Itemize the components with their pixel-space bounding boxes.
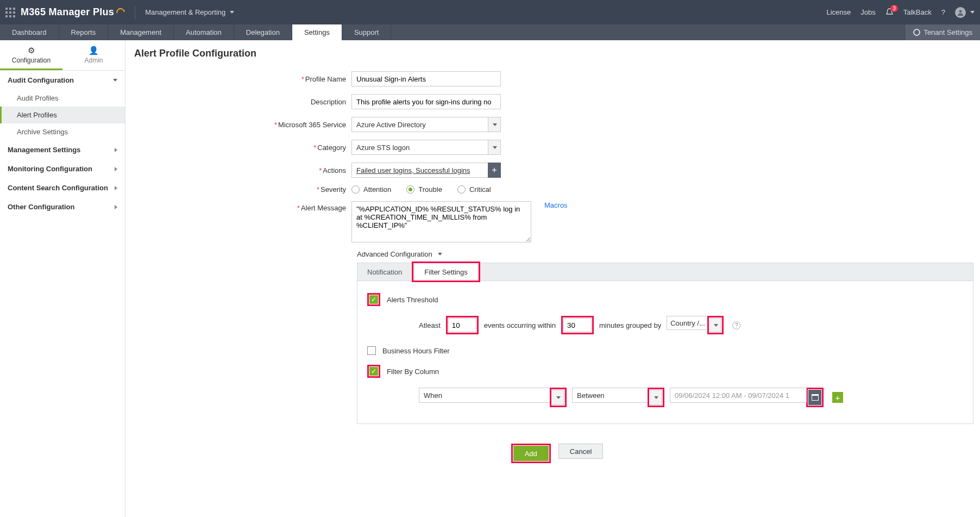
chevron-down-icon [438,253,442,256]
chevron-down-icon [493,146,497,149]
tab-delegation[interactable]: Delegation [234,24,292,40]
tab-dashboard[interactable]: Dashboard [0,24,59,40]
service-select[interactable]: Azure Active Directory [351,117,488,132]
context-dropdown[interactable]: Management & Reporting [145,8,234,16]
label-alerts-threshold: Alerts Threshold [387,296,438,304]
nav-other-config[interactable]: Other Configuration [0,197,125,216]
tab-filter-settings[interactable]: Filter Settings [414,264,478,281]
actions-field[interactable]: Failed user logins, Successful logins [351,163,488,178]
app-grid-icon[interactable] [5,8,15,17]
filter-panel: ✓ Alerts Threshold Atleast events occurr… [357,281,973,424]
radio-icon [457,185,466,194]
chevron-right-icon [115,148,117,152]
tab-settings[interactable]: Settings [292,24,342,40]
label-service: Microsoft 365 Service [278,121,346,129]
content: Alert Profile Configuration *Profile Nam… [125,40,980,517]
nav-item-alert-profiles[interactable]: Alert Profiles [0,107,125,123]
alert-message-textarea[interactable]: "%APPLICATION_ID% %RESULT_STATUS% log in… [351,201,531,242]
chevron-down-icon [493,123,497,126]
alerts-threshold-checkbox[interactable]: ✓ [369,295,378,304]
severity-attention[interactable]: Attention [351,185,391,194]
talkback-link[interactable]: TalkBack [903,8,932,16]
chevron-down-icon [654,396,658,399]
label-atleast: Atleast [419,321,441,329]
operator-dropdown-button[interactable] [650,390,662,405]
page-title: Alert Profile Configuration [134,48,980,59]
user-menu[interactable] [955,7,975,18]
label-actions: Actions [323,166,346,175]
severity-trouble[interactable]: Trouble [406,185,442,194]
tab-notification[interactable]: Notification [357,263,412,281]
chevron-down-icon [556,396,561,399]
label-profile-name: Profile Name [305,75,346,83]
service-dropdown-button[interactable] [488,117,501,132]
nav-content-search-config[interactable]: Content Search Configuration [0,178,125,197]
label-events-within: events occurring within [484,321,556,329]
date-range-input[interactable]: 09/06/2024 12:00 AM - 09/07/2024 1 [670,388,807,403]
license-link[interactable]: License [826,8,851,16]
column-select[interactable]: When [419,388,550,403]
tab-automation[interactable]: Automation [174,24,234,40]
label-severity: Severity [321,185,346,194]
tab-management[interactable]: Management [108,24,174,40]
nav-management-settings[interactable]: Management Settings [0,140,125,159]
gear-icon: ⚙ [0,46,62,55]
profile-name-input[interactable] [351,71,501,86]
avatar-icon [955,7,966,18]
subtab-configuration[interactable]: ⚙ Configuration [0,40,62,70]
radio-icon [406,185,414,194]
filter-tabstrip: Notification Filter Settings [357,263,973,281]
gear-icon [913,29,920,36]
label-description: Description [311,98,346,106]
sidebar: ⚙ Configuration 👤 Admin Audit Configurat… [0,40,125,517]
severity-critical[interactable]: Critical [457,185,491,194]
add-action-button[interactable]: + [488,163,501,178]
category-select[interactable]: Azure STS logon [351,140,488,155]
tab-support[interactable]: Support [342,24,392,40]
label-category: Category [317,144,346,152]
group-by-dropdown-button[interactable] [709,318,721,332]
nav-item-archive-settings[interactable]: Archive Settings [0,123,125,140]
chevron-down-icon [230,11,234,14]
chevron-down-icon [714,324,718,327]
product-logo: M365 Manager Plus [21,7,125,18]
operator-select[interactable]: Between [572,388,648,403]
description-input[interactable] [351,94,501,109]
events-count-input[interactable] [448,318,476,332]
minutes-input[interactable] [563,318,592,332]
advanced-config-toggle[interactable]: Advanced Configuration [357,250,980,258]
label-business-hours: Business Hours Filter [382,347,450,355]
chevron-right-icon [115,167,117,171]
jobs-link[interactable]: Jobs [860,8,875,16]
column-dropdown-button[interactable] [552,390,564,405]
add-button[interactable]: Add [513,446,549,461]
svg-point-0 [959,10,962,13]
cancel-button[interactable]: Cancel [558,444,603,459]
filter-by-column-checkbox[interactable]: ✓ [369,367,378,376]
add-filter-button[interactable]: + [832,392,843,403]
chevron-down-icon [970,11,975,14]
calendar-button[interactable] [808,390,821,405]
help-icon[interactable]: ? [732,321,740,329]
person-icon: 👤 [62,46,125,55]
chevron-right-icon [115,205,117,209]
help-icon[interactable]: ? [941,8,945,16]
logo-swirl-icon [115,6,127,18]
nav-monitoring-config[interactable]: Monitoring Configuration [0,159,125,178]
label-minutes-grouped: minutes grouped by [599,321,661,329]
nav-audit-config[interactable]: Audit Configuration [0,71,125,90]
topbar: M365 Manager Plus Management & Reporting… [0,0,980,24]
category-dropdown-button[interactable] [488,140,501,155]
business-hours-checkbox[interactable] [367,346,376,355]
label-alert-message: Alert Message [301,204,346,212]
subtab-admin[interactable]: 👤 Admin [62,40,125,70]
macros-link[interactable]: Macros [544,201,568,209]
nav-item-audit-profiles[interactable]: Audit Profiles [0,90,125,107]
tenant-settings-button[interactable]: Tenant Settings [906,24,980,40]
notif-badge: 3 [890,5,898,12]
chevron-down-icon [113,79,117,82]
notifications-icon[interactable]: 3 [885,8,894,17]
calendar-icon [812,394,819,401]
tab-reports[interactable]: Reports [59,24,109,40]
group-by-select[interactable]: Country /... [667,316,708,330]
